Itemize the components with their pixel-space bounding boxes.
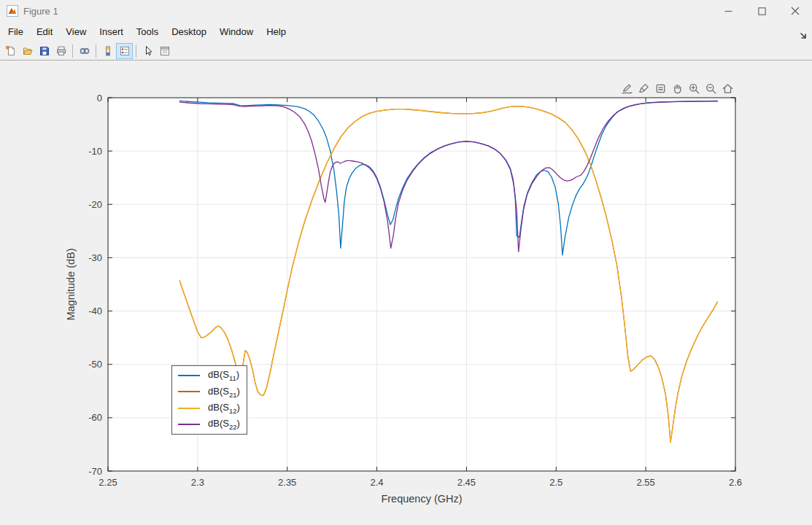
- x-tick-label: 2.55: [636, 477, 654, 488]
- legend-entry: dB(S11): [172, 368, 247, 384]
- x-tick-label: 2.6: [729, 477, 742, 488]
- legend[interactable]: dB(S11) dB(S21) dB(S12) dB(S22): [171, 365, 247, 435]
- window-controls: [711, 0, 812, 22]
- insert-colorbar-icon[interactable]: [99, 43, 116, 59]
- y-tick-label: -50: [88, 359, 102, 370]
- y-tick-label: -10: [88, 146, 102, 157]
- legend-label: dB(S12): [208, 402, 240, 415]
- x-tick-label: 2.35: [278, 477, 296, 488]
- menu-tools[interactable]: Tools: [130, 23, 165, 40]
- toolbar-separator: [72, 44, 73, 58]
- insert-legend-icon[interactable]: [116, 43, 133, 59]
- edit-plot-icon[interactable]: [139, 43, 156, 59]
- y-axis-label: Magnitude (dB): [65, 248, 77, 320]
- x-tick-label: 2.4: [371, 477, 384, 488]
- figure-toolbar: [0, 42, 812, 61]
- figure-canvas: 2.252.32.352.42.452.52.552.60-10-20-30-4…: [0, 61, 812, 525]
- menu-help[interactable]: Help: [260, 23, 293, 40]
- restore-view-icon[interactable]: [720, 81, 735, 96]
- y-tick-label: -60: [88, 412, 102, 423]
- menu-file[interactable]: File: [1, 23, 30, 40]
- maximize-button[interactable]: [745, 0, 778, 22]
- axes-toolbar: [619, 81, 735, 96]
- x-tick-label: 2.25: [98, 477, 117, 488]
- y-tick-label: -40: [88, 306, 102, 316]
- dock-figure-icon[interactable]: [798, 31, 808, 41]
- x-tick-label: 2.45: [457, 477, 476, 488]
- legend-line-sample: [178, 408, 200, 409]
- y-tick-label: -20: [88, 199, 102, 210]
- toolbar-separator: [96, 44, 96, 58]
- property-inspector-icon[interactable]: [156, 43, 173, 59]
- link-plot-icon[interactable]: [76, 43, 93, 59]
- y-tick-label: -70: [88, 466, 102, 477]
- legend-label: dB(S11): [208, 369, 239, 382]
- menu-edit[interactable]: Edit: [30, 23, 59, 40]
- print-figure-icon[interactable]: [53, 43, 69, 59]
- pan-icon[interactable]: [670, 81, 685, 96]
- legend-entry: dB(S12): [172, 400, 247, 416]
- save-figure-icon[interactable]: [36, 43, 53, 59]
- legend-label: dB(S21): [208, 386, 240, 399]
- x-axis-label: Frequency (GHz): [381, 493, 462, 505]
- menu-insert[interactable]: Insert: [93, 23, 130, 40]
- legend-label: dB(S22): [208, 418, 240, 431]
- x-tick-label: 2.5: [549, 477, 562, 488]
- legend-entry: dB(S22): [172, 416, 247, 432]
- menu-view[interactable]: View: [59, 23, 93, 40]
- minimize-button[interactable]: [711, 0, 745, 22]
- open-file-icon[interactable]: [19, 43, 36, 59]
- titlebar: Figure 1: [0, 0, 812, 22]
- legend-line-sample: [178, 424, 200, 425]
- menu-window[interactable]: Window: [213, 23, 260, 40]
- close-button[interactable]: [778, 0, 812, 22]
- figure-window: Figure 1 File Edit View Insert Tools Des…: [0, 0, 812, 525]
- legend-line-sample: [178, 375, 200, 376]
- legend-line-sample: [178, 391, 200, 392]
- window-title: Figure 1: [23, 6, 711, 17]
- menubar: File Edit View Insert Tools Desktop Wind…: [0, 22, 812, 42]
- matlab-figure-icon: [7, 5, 18, 17]
- legend-entry: dB(S21): [172, 384, 247, 400]
- y-tick-label: -30: [88, 252, 102, 263]
- zoom-in-icon[interactable]: [687, 81, 702, 96]
- new-figure-icon[interactable]: [2, 43, 19, 59]
- export-icon[interactable]: [619, 81, 635, 96]
- y-tick-label: 0: [97, 93, 102, 104]
- datatip-icon[interactable]: [653, 81, 668, 96]
- toolbar-separator: [136, 44, 136, 58]
- menu-desktop[interactable]: Desktop: [165, 23, 213, 40]
- axes-plot[interactable]: 2.252.32.352.42.452.52.552.60-10-20-30-4…: [0, 61, 812, 525]
- x-tick-label: 2.3: [191, 477, 204, 488]
- zoom-out-icon[interactable]: [703, 81, 719, 96]
- brush-icon[interactable]: [636, 81, 651, 96]
